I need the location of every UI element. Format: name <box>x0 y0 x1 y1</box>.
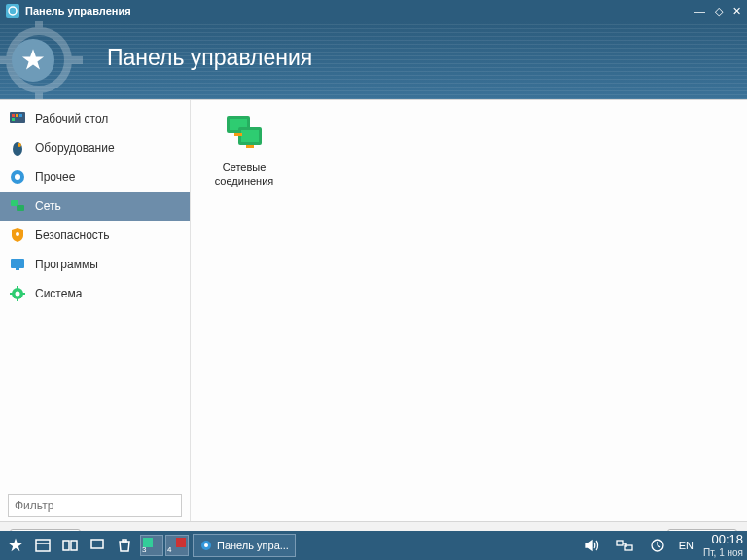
sidebar-item-hardware[interactable]: Оборудование <box>0 133 190 162</box>
sidebar-item-security[interactable]: Безопасность <box>0 221 190 250</box>
close-button[interactable]: ✕ <box>732 5 741 18</box>
svg-rect-7 <box>12 114 15 117</box>
sidebar-item-label: Безопасность <box>35 228 110 242</box>
svg-rect-6 <box>10 112 25 122</box>
svg-rect-35 <box>71 541 77 550</box>
category-sidebar: Рабочий стол Оборудование Прочее Сеть Бе… <box>0 100 191 521</box>
taskbar-window-label: Панель упра... <box>217 540 289 551</box>
volume-tray-icon[interactable] <box>580 534 603 557</box>
svg-rect-31 <box>234 133 242 136</box>
trash-button[interactable] <box>113 534 136 557</box>
window-titlebar: Панель управления — ◇ ✕ <box>0 0 747 21</box>
sidebar-item-label: Оборудование <box>35 141 115 155</box>
svg-point-38 <box>204 543 208 547</box>
svg-rect-30 <box>246 145 254 148</box>
main-panel: Сетевые соединения <box>191 100 747 521</box>
window-title: Панель управления <box>25 5 694 17</box>
svg-rect-36 <box>91 540 103 548</box>
clock-time: 00:18 <box>703 533 743 546</box>
item-network-connections[interactable]: Сетевые соединения <box>200 110 288 189</box>
control-panel-icon <box>199 539 213 552</box>
workspace-4[interactable]: 4 <box>165 535 189 556</box>
window-icon <box>6 4 19 18</box>
star-badge-icon <box>12 39 54 82</box>
header-banner: Панель управления <box>0 21 747 99</box>
updates-tray-icon[interactable] <box>646 534 669 557</box>
svg-rect-9 <box>19 114 22 117</box>
svg-rect-8 <box>16 114 18 117</box>
svg-rect-34 <box>63 541 69 550</box>
svg-point-12 <box>18 143 21 147</box>
system-tray: EN 00:18 Пт, 1 ноя <box>547 533 743 557</box>
file-manager-button[interactable] <box>31 534 54 557</box>
svg-rect-2 <box>35 21 43 30</box>
svg-rect-29 <box>241 130 259 142</box>
usb-tray-icon[interactable] <box>547 534 570 557</box>
desktop-icon <box>8 109 27 128</box>
taskbar-window-button[interactable]: Панель упра... <box>193 534 296 557</box>
workspace-3[interactable]: 3 <box>140 535 163 556</box>
network-tray-icon[interactable] <box>613 534 636 557</box>
sidebar-item-label: Сеть <box>35 199 61 213</box>
svg-rect-4 <box>0 56 9 64</box>
svg-rect-39 <box>617 541 623 545</box>
svg-rect-16 <box>17 205 24 211</box>
svg-point-0 <box>9 7 17 15</box>
svg-rect-19 <box>16 268 19 270</box>
svg-rect-32 <box>36 540 50 551</box>
page-title: Панель управления <box>107 45 312 71</box>
task-view-button[interactable] <box>58 534 82 557</box>
workspace-pager[interactable]: 3 4 <box>140 535 189 556</box>
svg-rect-24 <box>10 293 13 295</box>
svg-point-17 <box>16 232 19 236</box>
start-menu-button[interactable] <box>4 534 27 557</box>
maximize-button[interactable]: ◇ <box>715 5 723 18</box>
sidebar-item-label: Рабочий стол <box>35 112 108 125</box>
item-label: Сетевые соединения <box>200 160 288 189</box>
clock-date: Пт, 1 ноя <box>703 547 743 558</box>
taskbar: 3 4 Панель упра... EN 00:18 Пт, 1 ноя <box>0 531 747 560</box>
gear-icon <box>8 167 27 187</box>
svg-rect-25 <box>22 293 25 295</box>
sidebar-item-other[interactable]: Прочее <box>0 162 190 192</box>
sidebar-item-label: Прочее <box>35 170 75 184</box>
sidebar-item-system[interactable]: Система <box>0 279 190 308</box>
show-desktop-button[interactable] <box>86 534 109 557</box>
clock[interactable]: 00:18 Пт, 1 ноя <box>703 533 743 557</box>
sidebar-item-network[interactable]: Сеть <box>0 192 190 221</box>
sidebar-item-label: Система <box>35 287 82 300</box>
network-connections-icon <box>221 110 267 157</box>
sidebar-item-label: Программы <box>35 258 98 271</box>
mouse-icon <box>8 138 27 158</box>
svg-point-14 <box>15 174 20 180</box>
svg-rect-3 <box>35 90 43 99</box>
svg-rect-5 <box>69 56 83 64</box>
sidebar-item-programs[interactable]: Программы <box>0 250 190 279</box>
svg-rect-23 <box>17 298 18 301</box>
svg-rect-10 <box>12 118 15 121</box>
svg-rect-22 <box>17 286 18 289</box>
system-gear-icon <box>8 284 27 303</box>
network-icon <box>8 196 27 216</box>
svg-point-21 <box>16 292 20 297</box>
monitor-icon <box>8 255 27 274</box>
svg-rect-18 <box>11 259 24 268</box>
sidebar-item-desktop[interactable]: Рабочий стол <box>0 104 190 133</box>
filter-input[interactable] <box>8 494 182 517</box>
content-area: Рабочий стол Оборудование Прочее Сеть Бе… <box>0 99 747 521</box>
minimize-button[interactable]: — <box>694 5 705 18</box>
keyboard-layout-indicator[interactable]: EN <box>679 540 694 551</box>
shield-icon <box>8 226 27 245</box>
